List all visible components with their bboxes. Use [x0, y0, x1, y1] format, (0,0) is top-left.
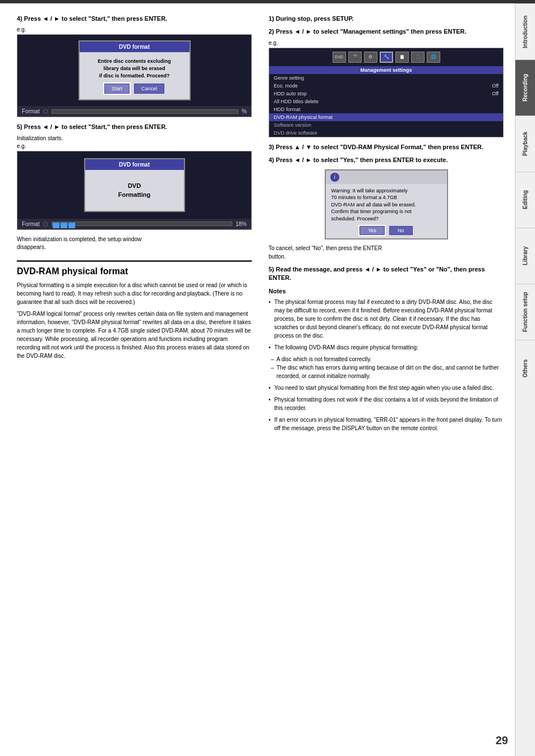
sidebar-tab-others[interactable]: Others: [515, 340, 535, 396]
right-step5-heading: 5) Read the message, and press ◄ / ► to …: [269, 265, 504, 283]
step5-heading: 5) Press ◄ / ► to select "Start," then p…: [17, 123, 252, 131]
mgmt-item-dvd-drive: DVD drive software: [269, 129, 503, 137]
dvd-format-dialog-1: DVD format Entire disc contents excludin…: [79, 40, 191, 100]
mgmt-item-hdd-delete: All HDD titles delete: [269, 98, 503, 105]
step5-sub: Initialization starts.: [17, 135, 252, 141]
mgmt-screen: DVD 🎬 ⚙ 🔧 📋 🎵 🌐 Management settings Genr…: [269, 48, 504, 137]
step4-eg: e.g.: [17, 26, 252, 33]
right-step3-heading: 3) Press ▲ / ▼ to select "DVD-RAM Physic…: [269, 143, 504, 151]
percent-label-1: %: [242, 108, 247, 114]
mgmt-icon-3: 🔧: [380, 52, 393, 63]
notes-section: Notes The physical format process may fa…: [269, 288, 504, 432]
right-step2: 2) Press ◄ / ► to select "Management set…: [269, 27, 504, 137]
step5-eg: e.g.: [17, 143, 252, 149]
no-button[interactable]: No: [389, 226, 413, 235]
note-2: The following DVD-RAM discs require phys…: [269, 343, 504, 352]
mgmt-icon-1: 🎬: [348, 52, 362, 63]
mgmt-item-software: Software version: [269, 121, 503, 129]
block-1: [53, 223, 59, 228]
format-label-1: Format: [22, 108, 40, 114]
section-para-2: "DVD-RAM logical format" process only re…: [17, 310, 252, 360]
sidebar-tab-editing[interactable]: Editing: [515, 172, 535, 228]
mgmt-item-genre: Genre setting: [269, 74, 503, 82]
mgmt-item-dvd-ram: DVD-RAM physical format: [269, 113, 503, 121]
mgmt-item-eco: Eco. modeOff: [269, 82, 503, 90]
mgmt-icon-6: 🌐: [427, 52, 440, 63]
init-text: When initialization is completed, the se…: [17, 236, 252, 251]
right-step1: 1) During stop, press SETUP.: [269, 15, 504, 23]
info-icon: i: [330, 173, 339, 182]
percent-label-2: 18%: [236, 221, 247, 227]
start-button-1[interactable]: Start: [104, 84, 130, 94]
right-step4: 4) Press ◄ / ► to select "Yes," then pre…: [269, 156, 504, 260]
warning-text: Warning: It will take approximately70 mi…: [331, 187, 441, 223]
dvd-format-buttons-1: Start Cancel: [85, 84, 184, 94]
main-layout: 4) Press ◄ / ► to select "Start," then p…: [0, 3, 535, 756]
dvd-format-title-1: DVD format: [80, 42, 190, 52]
right-step4-heading: 4) Press ◄ / ► to select "Yes," then pre…: [269, 156, 504, 164]
disk-icon-1: ⬡: [43, 108, 48, 114]
step4-screen: DVD format Entire disc contents excludin…: [17, 34, 252, 117]
yes-button[interactable]: Yes: [359, 226, 385, 235]
dvd-format-title-2: DVD format: [85, 159, 184, 170]
note-3: You need to start physical formatting fr…: [269, 384, 504, 392]
mgmt-icon-5: 🎵: [411, 52, 425, 63]
warning-header: i: [326, 170, 447, 184]
format-label-2: Format: [22, 221, 40, 227]
left-column: 4) Press ◄ / ► to select "Start," then p…: [17, 15, 252, 745]
cancel-note: To cancel, select "No", then press the E…: [269, 244, 504, 261]
right-sidebar: Introduction Recording Playback Editing …: [515, 3, 535, 756]
disk-icon-2: ⬡: [43, 221, 48, 227]
right-step3: 3) Press ▲ / ▼ to select "DVD-RAM Physic…: [269, 143, 504, 151]
note-5: If an error occurs in physical formattin…: [269, 416, 504, 432]
dvd-format-text-1: Entire disc contents excludinglibrary da…: [85, 58, 184, 79]
mgmt-icons-row: DVD 🎬 ⚙ 🔧 📋 🎵 🌐: [269, 48, 503, 66]
page-number: 29: [496, 734, 508, 747]
notes-title: Notes: [269, 288, 504, 294]
right-step2-heading: 2) Press ◄ / ► to select "Management set…: [269, 27, 504, 36]
step4-heading: 4) Press ◄ / ► to select "Start," then p…: [17, 15, 252, 23]
content-area: 4) Press ◄ / ► to select "Start," then p…: [0, 3, 515, 756]
mgmt-icon-2: ⚙: [364, 52, 377, 63]
dvd-formatting-dialog: DVD format DVDFormatting: [84, 158, 185, 212]
right-step2-eg: e.g.: [269, 40, 504, 46]
sidebar-tab-recording[interactable]: Recording: [515, 59, 535, 116]
right-column: 1) During stop, press SETUP. 2) Press ◄ …: [269, 15, 504, 745]
step4-screen-inner: DVD format Entire disc contents excludin…: [17, 35, 251, 106]
two-col-layout: 4) Press ◄ / ► to select "Start," then p…: [17, 15, 504, 745]
step5-screen-inner: DVD format DVDFormatting: [17, 151, 251, 219]
cancel-button-1[interactable]: Cancel: [134, 84, 164, 94]
step4-screen-bottom: Format ⬡ %: [17, 106, 251, 117]
warning-buttons: Yes No: [331, 226, 441, 235]
sidebar-tab-introduction[interactable]: Introduction: [515, 3, 535, 59]
mgmt-icon-dvd: DVD: [333, 52, 346, 63]
formatting-body: DVDFormatting: [85, 170, 184, 211]
sidebar-tab-function-setup[interactable]: Function setup: [515, 284, 535, 340]
section-title: DVD-RAM physical format: [17, 266, 252, 276]
right-step1-heading: 1) During stop, press SETUP.: [269, 15, 504, 23]
progress-bar-2: [52, 222, 232, 226]
warning-body: Warning: It will take approximately70 mi…: [326, 184, 447, 238]
sidebar-tab-library[interactable]: Library: [515, 228, 535, 284]
dvd-format-body-1: Entire disc contents excludinglibrary da…: [80, 52, 190, 99]
note-4: Physical formatting does not work if the…: [269, 395, 504, 412]
block-2: [61, 223, 67, 228]
progress-bar-1: [52, 109, 238, 114]
mgmt-item-hdd-stop: HDD auto stopOff: [269, 90, 503, 98]
note-2a: A disc which is not formatted correctly.: [269, 355, 504, 363]
note-1: The physical format process may fail if …: [269, 298, 504, 340]
step5-screen: DVD format DVDFormatting Format ⬡: [17, 151, 252, 230]
mgmt-menu-title: Management settings: [269, 66, 503, 74]
mgmt-item-hdd-format: HDD format: [269, 105, 503, 113]
formatting-text: DVDFormatting: [91, 181, 178, 200]
warning-dialog: i Warning: It will take approximately70 …: [325, 169, 448, 239]
note-2b: The disc which has errors during writing…: [269, 363, 504, 380]
mgmt-icon-4: 📋: [395, 52, 409, 63]
right-step5: 5) Read the message, and press ◄ / ► to …: [269, 265, 504, 283]
step5-screen-bottom: Format ⬡ 18%: [17, 219, 251, 229]
block-3: [68, 223, 75, 228]
section-divider: [17, 260, 252, 262]
section-para-1: Physical formatting is a simple executio…: [17, 281, 252, 306]
sidebar-tab-playback[interactable]: Playback: [515, 116, 535, 172]
